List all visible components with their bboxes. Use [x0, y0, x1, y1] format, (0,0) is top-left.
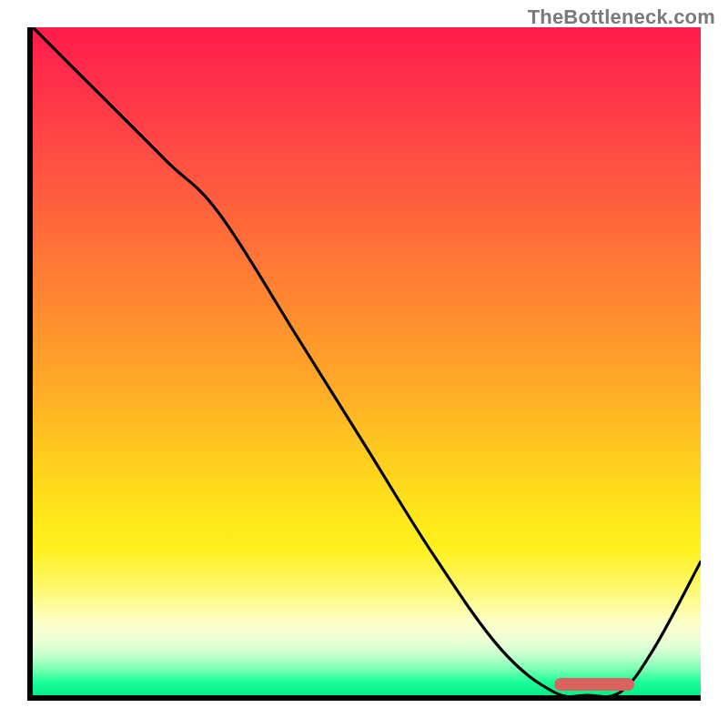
- watermark-text: TheBottleneck.com: [528, 5, 715, 29]
- curve-svg: [33, 27, 701, 695]
- curve-line: [33, 27, 701, 695]
- valley-marker: [554, 678, 634, 691]
- y-axis: [27, 27, 33, 701]
- chart-frame: TheBottleneck.com: [0, 0, 728, 728]
- plot-area: [33, 27, 701, 695]
- x-axis: [27, 695, 701, 701]
